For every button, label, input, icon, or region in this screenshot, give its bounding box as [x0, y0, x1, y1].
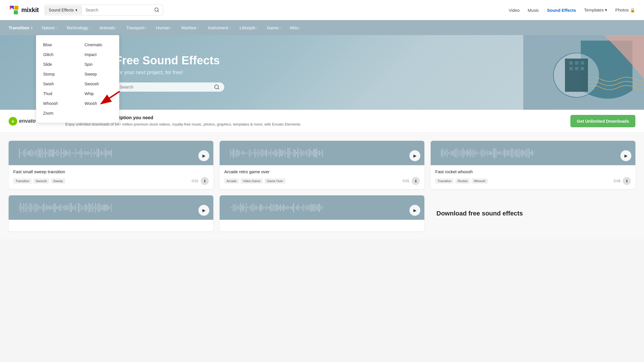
cat-transport[interactable]: Transport › [122, 20, 151, 35]
dropdown-item-blow[interactable]: Blow [36, 40, 78, 50]
cat-warfare-chevron: › [198, 26, 199, 29]
search-icon [154, 7, 159, 12]
nav-video[interactable]: Video [509, 8, 520, 13]
dropdown-item-stomp[interactable]: Stomp [36, 69, 78, 79]
category-bar: Transition ∨ Nature › Technology › Anima… [0, 20, 644, 35]
nav-sound-effects[interactable]: Sound Effects [547, 8, 576, 13]
transition-dropdown: Blow Glitch Slide Stomp Swish Thud Whoos… [36, 35, 119, 123]
cat-nature[interactable]: Nature › [37, 20, 62, 35]
download-button-2[interactable]: ⬇ [412, 177, 420, 185]
cat-warfare[interactable]: Warfare › [177, 20, 203, 35]
hero-search-icon [214, 84, 220, 90]
nav-music[interactable]: Music [528, 8, 539, 13]
svg-rect-16 [581, 61, 584, 65]
dropdown-item-swish[interactable]: Swish [36, 79, 78, 89]
search-type-dropdown[interactable]: Sound Effects ▾ [45, 5, 82, 15]
dropdown-item-impact[interactable]: Impact [78, 50, 119, 59]
cat-misc-chevron: › [300, 26, 301, 29]
sound-card-3: ▶ Fast rocket whoosh Transition Rocket W… [431, 141, 635, 189]
card-tag-sweep[interactable]: Sweep [51, 178, 65, 184]
dropdown-item-zoom[interactable]: Zoom [36, 108, 78, 118]
card-tag-swoosh[interactable]: Swoosh [33, 178, 49, 184]
play-button-3[interactable]: ▶ [620, 150, 631, 161]
svg-rect-18 [575, 67, 578, 70]
sound-card-4: ▶ [9, 195, 213, 231]
card-duration-1: 0:01 [192, 179, 198, 183]
cat-transport-chevron: › [146, 26, 147, 29]
cat-instrument[interactable]: Instrument › [203, 20, 235, 35]
svg-rect-14 [569, 61, 573, 65]
card-tag-videogame[interactable]: Video Game [241, 178, 263, 184]
card-title-2: Arcade retro game over [224, 169, 420, 174]
dropdown-item-spin[interactable]: Spin [78, 59, 119, 69]
cat-transition[interactable]: Transition ∨ [9, 20, 37, 35]
card-tag-gameover[interactable]: Game Over [264, 178, 285, 184]
dropdown-item-thud[interactable]: Thud [36, 89, 78, 99]
dropdown-col2: Cinematic Impact Spin Sweep Swoosh Whip … [78, 40, 119, 118]
dropdown-item-glitch[interactable]: Glitch [36, 50, 78, 59]
cat-animals[interactable]: Animals › [95, 20, 122, 35]
sound-card-5: ▶ [220, 195, 424, 231]
play-button-1[interactable]: ▶ [198, 150, 209, 161]
card-title-3: Fast rocket whoosh [435, 169, 631, 174]
waveform-area-1: ▶ [9, 141, 213, 165]
cat-game[interactable]: Game › [262, 20, 285, 35]
cat-animals-label: Animals [99, 25, 115, 30]
play-button-4[interactable]: ▶ [198, 205, 209, 216]
card-tag-transition2[interactable]: Transition [435, 178, 454, 184]
dropdown-item-slide[interactable]: Slide [36, 59, 78, 69]
cat-transition-chevron: ∨ [30, 26, 33, 30]
svg-marker-4 [14, 6, 18, 10]
hero-search-bar [115, 82, 224, 92]
dropdown-item-woosh[interactable]: Woosh [78, 99, 119, 108]
play-button-5[interactable]: ▶ [409, 205, 420, 216]
cat-instrument-label: Instrument [208, 25, 228, 30]
cat-lifestyle[interactable]: Lifestyle › [235, 20, 262, 35]
card-tags-1: Transition Swoosh Sweep 0:01 ⬇ [13, 177, 209, 185]
dropdown-item-cinematic[interactable]: Cinematic [78, 40, 119, 50]
download-section: Download free sound effects [431, 195, 635, 231]
svg-rect-15 [575, 61, 578, 65]
svg-rect-17 [569, 67, 573, 70]
dropdown-item-whip[interactable]: Whip [78, 89, 119, 99]
dropdown-item-sweep[interactable]: Sweep [78, 69, 119, 79]
waveform-visual-1 [19, 147, 203, 159]
card-info-3: Fast rocket whoosh Transition Rocket Who… [431, 165, 635, 189]
card-tag-rocket[interactable]: Rocket [455, 178, 470, 184]
search-submit-button[interactable] [151, 5, 163, 16]
cat-animals-chevron: › [116, 26, 117, 29]
cat-human[interactable]: Human › [151, 20, 177, 35]
card-tags-2: Arcade Video Game Game Over 0:01 ⬇ [224, 177, 420, 185]
download-button-3[interactable]: ⬇ [623, 177, 631, 185]
card-title-1: Fast small sweep transition [13, 169, 209, 174]
sound-cards-grid: ▶ Fast small sweep transition Transition… [9, 141, 635, 189]
cat-technology[interactable]: Technology › [62, 20, 95, 35]
dropdown-col1: Blow Glitch Slide Stomp Swish Thud Whoos… [36, 40, 78, 118]
card-info-1: Fast small sweep transition Transition S… [9, 165, 213, 189]
cat-technology-chevron: › [89, 26, 90, 29]
nav-templates[interactable]: Templates ▾ [584, 7, 607, 13]
cat-lifestyle-label: Lifestyle [239, 25, 255, 30]
search-input[interactable] [82, 5, 151, 15]
waveform-visual-5 [230, 202, 414, 213]
dropdown-item-whoosh[interactable]: Whoosh [36, 99, 78, 108]
main-nav: Video Music Sound Effects Templates ▾ Ph… [509, 7, 635, 13]
bottom-row: ▶ ▶ Download free sound effects [9, 195, 635, 231]
cat-instrument-chevron: › [229, 26, 231, 29]
logo[interactable]: mixkit [9, 5, 39, 16]
cat-misc[interactable]: Misc › [285, 20, 306, 35]
dropdown-item-swoosh[interactable]: Swoosh [78, 79, 119, 89]
nav-photos[interactable]: Photos 🔒 [615, 7, 635, 13]
play-button-2[interactable]: ▶ [409, 150, 420, 161]
waveform-area-3: ▶ [431, 141, 635, 165]
card-duration-3: 0:04 [614, 179, 620, 183]
download-button-1[interactable]: ⬇ [201, 177, 209, 185]
hero-search-input[interactable] [120, 84, 212, 89]
card-meta-3: 0:04 ⬇ [614, 177, 631, 185]
card-tag-whoosh[interactable]: Whoosh [471, 178, 488, 184]
cat-transition-label: Transition [9, 25, 29, 30]
card-tag-transition[interactable]: Transition [13, 178, 32, 184]
card-tag-arcade[interactable]: Arcade [224, 178, 239, 184]
cat-warfare-label: Warfare [181, 25, 196, 30]
get-unlimited-downloads-button[interactable]: Get Unlimited Downloads [570, 115, 635, 127]
